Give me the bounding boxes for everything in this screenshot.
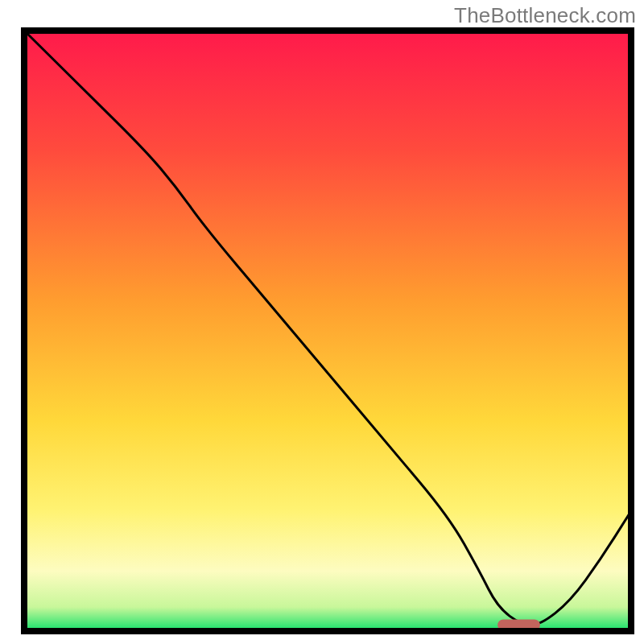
chart-container: TheBottleneck.com [0, 0, 644, 644]
chart-svg [0, 0, 644, 644]
